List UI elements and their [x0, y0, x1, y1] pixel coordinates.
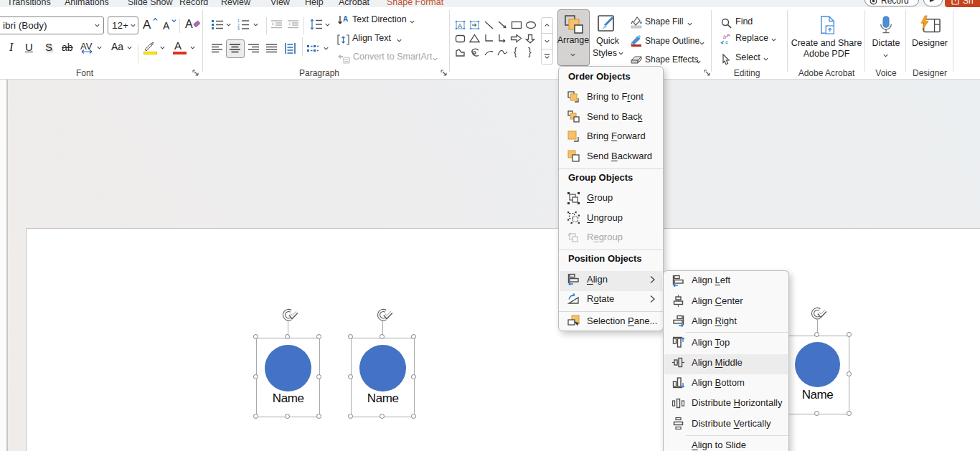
svg-text:c: c: [725, 39, 728, 45]
svg-text:3: 3: [237, 27, 240, 30]
svg-text:A: A: [343, 15, 348, 23]
svg-text:A: A: [458, 22, 462, 29]
